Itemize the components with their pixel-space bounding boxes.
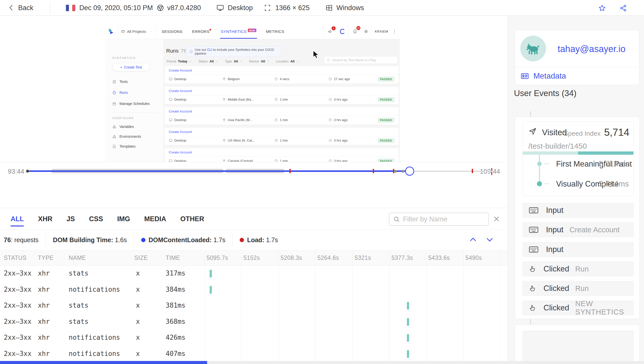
run-card[interactable]: Create Account Desktop Middle East (Ba..…: [165, 87, 399, 104]
request-row[interactable]: 2xx–3xxxhrstatsx381ms: [0, 298, 508, 314]
run-name[interactable]: Create Account: [165, 128, 399, 136]
run-card[interactable]: Create Account Desktop US West (N. Cal..…: [165, 128, 399, 145]
filter-by-name-box[interactable]: [389, 213, 489, 226]
clicked-event-item[interactable]: ClickedRun: [523, 262, 634, 276]
clicked-event-item[interactable]: ClickedRun: [523, 281, 634, 296]
mouse-cursor: [313, 50, 320, 60]
back-button[interactable]: Back: [18, 0, 33, 16]
playhead-knob[interactable]: [405, 167, 414, 176]
filter-type[interactable]: TypeAll: [225, 59, 242, 63]
app-top-nav: All Projects SESSIONS ERRORS SYNTHETICSN…: [106, 24, 400, 39]
network-table-rows: 2xx–3xxxhrstatsx317ms 2xx–3xxxhrnotifica…: [0, 266, 508, 362]
sidebar-item-environments[interactable]: Environments: [112, 132, 141, 141]
back-chevron-icon[interactable]: [8, 4, 15, 12]
project-selector[interactable]: All Projects: [118, 24, 156, 39]
tab-synthetics[interactable]: SYNTHETICSNEW: [221, 29, 256, 34]
monitor-icon: [216, 4, 224, 12]
input-event-item[interactable]: Input: [523, 242, 634, 257]
event-dot: [394, 170, 397, 173]
run-name[interactable]: Create Account: [165, 107, 399, 116]
issue-marker[interactable]: [373, 169, 374, 173]
metadata-button[interactable]: Metadata: [520, 72, 566, 81]
status-badge: PASSED: [378, 138, 394, 143]
issue-marker[interactable]: [393, 169, 394, 173]
clock-icon: [328, 77, 332, 81]
top-bar: Back Dec 09, 2020, 05:10 PM v87.0.4280 D…: [0, 0, 644, 16]
tab-js[interactable]: JS: [67, 214, 75, 224]
tab-img[interactable]: IMG: [117, 214, 130, 224]
run-card[interactable]: Create Account Desktop Canada (Central) …: [165, 148, 399, 162]
request-row[interactable]: 2xx–3xxxhrnotificationsx426ms: [0, 330, 508, 346]
network-stats-row: 76: requests DOM Building Time: 1.6s DOM…: [0, 230, 508, 250]
player-timeline[interactable]: 93:44 10944: [0, 162, 508, 179]
tab-media[interactable]: MEDIA: [144, 214, 166, 224]
load-stat: Load: 1.7s: [247, 236, 278, 244]
tab-css[interactable]: CSS: [89, 214, 103, 224]
input-event-item[interactable]: Input: [523, 203, 634, 218]
chevron-down-icon: [150, 30, 153, 33]
filter-status[interactable]: StatusAll: [199, 59, 218, 63]
jump-down-button[interactable]: [485, 235, 494, 244]
request-row[interactable]: 2xx–3xxxhrnotificationsx407ms: [0, 346, 508, 362]
request-timing-bar: [210, 270, 212, 278]
request-row[interactable]: 2xx–3xxxhrnotificationsx384ms: [0, 282, 508, 298]
close-panel-icon[interactable]: [492, 215, 501, 223]
tab-other[interactable]: OTHER: [180, 214, 204, 224]
sidebar-item-manage-schedules[interactable]: Manage Schedules: [112, 99, 150, 108]
run-card[interactable]: Create Account Desktop Asia Pacific (M..…: [165, 107, 399, 124]
cli-link[interactable]: CLI: [207, 48, 212, 52]
sidebar-item-variables[interactable]: Variables: [112, 122, 134, 131]
status-badge: PASSED: [378, 158, 394, 162]
user-email-link[interactable]: tahay@asayer.io: [558, 44, 626, 54]
horizontal-scrollbar-thumb[interactable]: [0, 361, 207, 364]
load-dot: [240, 238, 244, 242]
sidebar-item-runs[interactable]: Runs: [112, 88, 128, 97]
run-card[interactable]: Create Account Desktop Belgium 4 secs 27…: [165, 66, 399, 83]
announcements-icon[interactable]: 1: [324, 29, 336, 34]
test-search-input[interactable]: [332, 58, 395, 62]
filter-by-name-input[interactable]: [403, 215, 485, 223]
notifications-bell-icon[interactable]: 33: [349, 29, 361, 34]
filter-device[interactable]: DeviceAll: [249, 59, 269, 63]
window-icon: [121, 30, 125, 34]
gear-icon[interactable]: [361, 29, 371, 34]
os-name: Windows: [336, 0, 364, 16]
filter-location[interactable]: LocationAll: [276, 59, 299, 63]
status-badge: PASSED: [378, 77, 394, 82]
event-connector: [530, 319, 531, 325]
sidebar-item-templates[interactable]: Templates: [112, 142, 136, 151]
visited-event-card[interactable]: Visited Speed Index 5,714 /test-builder/…: [523, 121, 634, 196]
timeline-progress-track[interactable]: [28, 170, 410, 172]
filter-period[interactable]: PeriodToday: [167, 59, 192, 63]
sidebar-divider: [112, 112, 157, 113]
chrome-browser-icon: [157, 4, 164, 12]
request-row[interactable]: 2xx–3xxxhrstatsx317ms: [0, 266, 508, 282]
create-test-button[interactable]: +Create Test: [112, 63, 150, 71]
sidebar-item-tests[interactable]: Tests: [112, 77, 128, 86]
request-row[interactable]: 2xx–3xxxhrstatsx368ms: [0, 314, 508, 330]
user-menu[interactable]: KRAIEM: [371, 30, 392, 33]
timeline-remaining-track[interactable]: [410, 171, 493, 172]
run-name[interactable]: Create Account: [165, 148, 399, 157]
issue-marker[interactable]: [472, 169, 473, 173]
jump-up-button[interactable]: [469, 235, 477, 244]
request-timing-bar: [407, 318, 409, 326]
tab-sessions[interactable]: SESSIONS: [162, 29, 182, 34]
tab-metrics[interactable]: METRICS: [266, 29, 284, 34]
issue-marker[interactable]: [289, 169, 291, 173]
screen-resolution: 1366 × 625: [275, 0, 310, 16]
input-event-item[interactable]: InputCreate Account: [523, 222, 634, 237]
fmp-dot: [537, 162, 542, 166]
test-search-box[interactable]: [324, 56, 398, 64]
tab-all[interactable]: ALL: [11, 214, 24, 224]
runs-filters: PeriodToday StatusAll TypeAll DeviceAll …: [167, 59, 299, 63]
tab-xhr[interactable]: XHR: [38, 214, 52, 224]
clicked-event-item[interactable]: ClickedNEW SYNTHETICS: [523, 301, 634, 315]
favorite-star-icon[interactable]: [598, 4, 606, 12]
run-name[interactable]: Create Account: [165, 87, 399, 95]
run-name[interactable]: Create Account: [165, 66, 399, 75]
resolution-icon: [264, 4, 271, 12]
tab-errors[interactable]: ERRORS: [192, 29, 211, 34]
share-icon[interactable]: [619, 4, 627, 12]
kebab-menu-icon[interactable]: ⋮: [392, 29, 400, 34]
